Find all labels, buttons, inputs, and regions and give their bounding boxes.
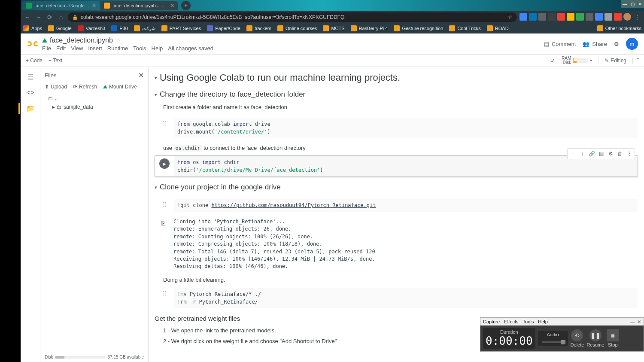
cell-gutter[interactable]: [ ] bbox=[155, 118, 174, 138]
bookmark-item[interactable]: Google bbox=[48, 25, 71, 31]
reload-button[interactable]: ⟳ bbox=[46, 13, 54, 21]
ext-icon[interactable] bbox=[519, 13, 527, 21]
gear-icon[interactable]: ⚙ bbox=[606, 149, 615, 158]
menu-insert[interactable]: Insert bbox=[88, 45, 102, 52]
menu-file[interactable]: File bbox=[42, 45, 51, 52]
menu-tools[interactable]: Tools bbox=[133, 45, 146, 52]
bookmark-item[interactable]: RasBerry Pi 4 bbox=[351, 25, 388, 31]
code-content[interactable]: !mv Pytorch_Retinaface/* ./ !rm -r Pytor… bbox=[174, 288, 638, 308]
code-content[interactable]: from google.colab import drive drive.mou… bbox=[174, 118, 638, 138]
ext-icon[interactable] bbox=[576, 13, 584, 21]
menu-edit[interactable]: Edit bbox=[56, 45, 66, 52]
ext-icon[interactable] bbox=[567, 13, 574, 21]
menu-icon[interactable]: ⋮ bbox=[633, 13, 641, 21]
toggle-icon[interactable]: ▾ bbox=[155, 75, 157, 81]
parent-folder[interactable]: 🗀.. bbox=[45, 94, 144, 103]
new-tab-button[interactable]: + bbox=[181, 1, 191, 10]
mount-drive-button[interactable]: Mount Drive bbox=[103, 84, 137, 90]
ext-icon[interactable] bbox=[557, 13, 565, 21]
rec-menu-capture[interactable]: Capture bbox=[483, 319, 500, 324]
editing-button[interactable]: ✎Editing bbox=[598, 58, 626, 64]
rec-menu-tools[interactable]: Tools bbox=[523, 319, 534, 324]
files-icon[interactable]: 📁 bbox=[26, 104, 35, 113]
more-icon[interactable]: ⋮ bbox=[625, 149, 634, 158]
share-button[interactable]: 👥Share bbox=[583, 41, 607, 47]
avatar[interactable]: m bbox=[626, 38, 638, 50]
add-text-button[interactable]: + Text bbox=[49, 58, 62, 64]
move-up-icon[interactable]: ↑ bbox=[568, 149, 577, 158]
forward-button[interactable]: → bbox=[34, 13, 43, 21]
code-content[interactable]: !git clone https://github.com/masouduut9… bbox=[174, 199, 638, 212]
close-icon[interactable]: ✕ bbox=[637, 319, 641, 325]
toc-icon[interactable]: ☰ bbox=[27, 73, 33, 81]
bookmark-item[interactable]: MCTS bbox=[323, 25, 344, 31]
toggle-icon[interactable]: ▾ bbox=[155, 185, 157, 190]
notebook-title[interactable]: face_detection.ipynb bbox=[50, 37, 113, 44]
delete-button[interactable]: ⟲Delete bbox=[571, 329, 584, 347]
refresh-button[interactable]: ⟳Refresh bbox=[73, 84, 97, 90]
bookmark-item[interactable]: ROAD bbox=[487, 25, 509, 31]
tab-drive[interactable]: face_detection - Google Drive ✕ bbox=[22, 1, 100, 10]
audio-slider[interactable] bbox=[542, 341, 564, 343]
ext-icon[interactable] bbox=[529, 13, 537, 21]
bookmark-item[interactable]: شرکت bbox=[134, 25, 155, 31]
link-icon[interactable]: 🔗 bbox=[587, 149, 596, 158]
settings-button[interactable]: ⚙ bbox=[614, 41, 619, 47]
save-status[interactable]: All changes saved bbox=[168, 45, 213, 52]
cell-gutter[interactable]: [ ] bbox=[155, 288, 174, 308]
ext-icon[interactable] bbox=[595, 13, 603, 21]
resources-indicator[interactable]: RAM Disk ▾ bbox=[562, 56, 592, 65]
bookmark-apps[interactable]: Apps bbox=[23, 25, 42, 31]
rec-menu-help[interactable]: Help bbox=[538, 319, 548, 324]
home-button[interactable]: ⌂ bbox=[57, 13, 65, 21]
bookmark-item[interactable]: PART Services bbox=[161, 25, 201, 31]
snippets-icon[interactable]: <> bbox=[26, 89, 34, 97]
address-bar[interactable]: 🔒 colab.research.google.com/drive/1ss4nu… bbox=[68, 12, 517, 22]
bookmark-item[interactable]: Online courses bbox=[277, 25, 317, 31]
code-cell-2[interactable]: ↑ ↓ 🔗 ▤ ⚙ 🗑 ⋮ ▶ from os import chdir chd… bbox=[155, 155, 638, 177]
collapse-button[interactable]: ˆ bbox=[632, 58, 639, 64]
colab-logo[interactable] bbox=[27, 38, 39, 50]
bookmark-item[interactable]: P30 bbox=[111, 25, 128, 31]
code-cell-4[interactable]: [ ] !mv Pytorch_Retinaface/* ./ !rm -r P… bbox=[155, 287, 638, 309]
close-icon[interactable]: ✕ bbox=[138, 71, 144, 79]
toggle-icon[interactable]: ▾ bbox=[155, 92, 157, 97]
star-icon[interactable]: ☆ bbox=[508, 14, 513, 20]
bookmark-item[interactable]: trackers bbox=[246, 25, 271, 31]
code-cell-3[interactable]: [ ] !git clone https://github.com/masoud… bbox=[155, 198, 638, 212]
minimize-icon[interactable]: — bbox=[630, 319, 635, 325]
profile-icon[interactable] bbox=[623, 13, 631, 21]
comment-button[interactable]: ▤Comment bbox=[544, 41, 576, 47]
stop-button[interactable]: ◼Stop bbox=[607, 329, 619, 347]
other-bookmarks[interactable]: Other bookmarks bbox=[597, 25, 641, 31]
star-icon[interactable]: ☆ bbox=[115, 37, 121, 44]
ext-icon[interactable] bbox=[548, 13, 556, 21]
run-cell-button[interactable]: ▶ bbox=[155, 156, 174, 176]
bookmark-item[interactable]: Cool Tricks bbox=[449, 25, 480, 31]
folder-sample-data[interactable]: ▸🗀sample_data bbox=[45, 103, 144, 111]
ext-icon[interactable] bbox=[538, 13, 546, 21]
upload-button[interactable]: ⬆Upload bbox=[45, 84, 67, 90]
close-icon[interactable]: ✕ bbox=[170, 3, 174, 9]
bookmark-item[interactable]: Paper/Code bbox=[207, 25, 240, 31]
rec-menu-effects[interactable]: Effects bbox=[504, 319, 518, 324]
add-code-button[interactable]: + Code bbox=[26, 58, 43, 64]
menu-runtime[interactable]: Runtime bbox=[107, 45, 128, 52]
ext-icon[interactable] bbox=[605, 13, 612, 21]
code-cell-1[interactable]: [ ] from google.colab import drive drive… bbox=[155, 117, 638, 139]
delete-icon[interactable]: 🗑 bbox=[616, 149, 624, 158]
ext-icon[interactable] bbox=[614, 13, 622, 21]
tab-colab[interactable]: face_detection.ipynb - Colaborat ✕ bbox=[100, 1, 178, 10]
cell-gutter[interactable]: [ ] bbox=[155, 199, 174, 212]
move-down-icon[interactable]: ↓ bbox=[578, 149, 586, 158]
ext-icon[interactable] bbox=[586, 13, 593, 21]
resume-button[interactable]: ❚❚Resume bbox=[586, 329, 604, 347]
back-button[interactable]: ← bbox=[23, 13, 32, 21]
chevron-down-icon[interactable]: ▾ bbox=[590, 58, 592, 63]
menu-help[interactable]: Help bbox=[152, 45, 163, 52]
comment-icon[interactable]: ▤ bbox=[597, 149, 605, 158]
bookmark-item[interactable]: Gesture recognition bbox=[394, 25, 443, 31]
close-icon[interactable]: ✕ bbox=[92, 3, 96, 9]
menu-view[interactable]: View bbox=[71, 45, 83, 52]
output-toggle-icon[interactable]: ⎘ bbox=[161, 219, 165, 228]
